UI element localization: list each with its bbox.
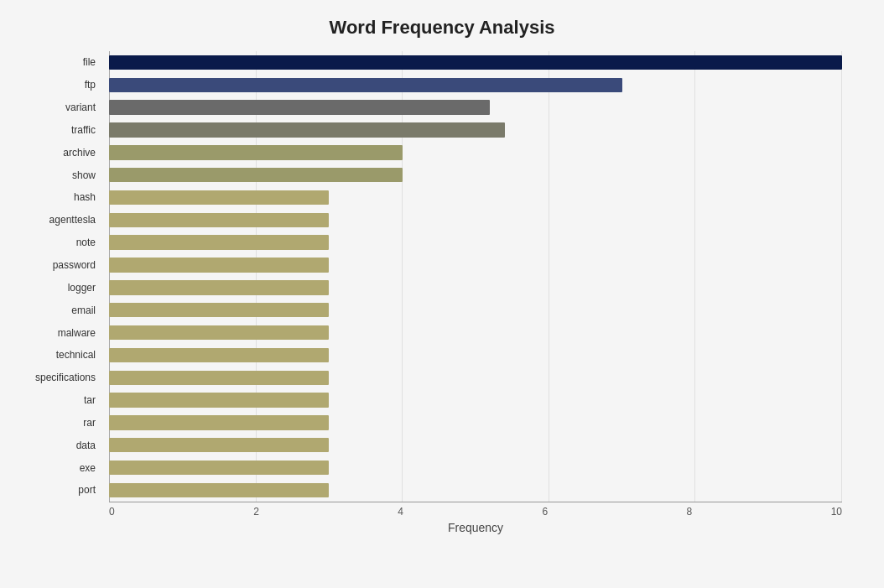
bar — [109, 235, 329, 249]
bar — [109, 190, 329, 205]
bar-label: specifications — [35, 372, 96, 383]
plot-area — [109, 51, 842, 502]
bar-label: ftp — [85, 79, 96, 91]
x-tick: 4 — [398, 506, 403, 518]
bar-label: logger — [68, 282, 96, 294]
bar-label: archive — [63, 147, 96, 159]
x-tick: 6 — [542, 506, 548, 518]
bar — [109, 325, 329, 340]
bar — [109, 371, 329, 385]
bar-label: exe — [80, 462, 96, 474]
bar-row — [109, 96, 842, 119]
bar — [109, 100, 490, 114]
bar — [109, 415, 329, 429]
bar-label: password — [53, 259, 96, 271]
bar-label: hash — [74, 191, 96, 203]
bar-row — [109, 51, 842, 74]
x-tick: 2 — [253, 506, 259, 518]
bar-row — [109, 367, 842, 389]
x-tick: 8 — [687, 506, 693, 518]
y-labels: fileftpvarianttrafficarchiveshowhashagen… — [17, 51, 109, 502]
bar — [109, 168, 403, 182]
x-tick: 10 — [831, 506, 842, 518]
bar-label: note — [76, 237, 96, 248]
bar — [109, 461, 329, 475]
bar-row — [109, 119, 842, 142]
bar — [109, 55, 842, 70]
bar-label: variant — [65, 101, 96, 113]
x-axis-label: Frequency — [109, 521, 842, 534]
chart-title: Word Frequency Analysis — [17, 8, 867, 51]
bar — [109, 258, 329, 272]
bar-row — [109, 479, 842, 502]
bar-row — [109, 276, 842, 299]
bar-row — [109, 299, 842, 321]
bar — [109, 280, 329, 294]
bar-label: data — [76, 440, 96, 451]
bar-label: rar — [83, 417, 96, 429]
bar-row — [109, 209, 842, 232]
bar-row — [109, 186, 842, 209]
bar — [109, 122, 505, 137]
bar-label: malware — [58, 327, 96, 339]
bar — [109, 393, 329, 407]
bar-label: port — [78, 484, 96, 496]
bar — [109, 483, 329, 497]
bar — [109, 145, 403, 159]
x-tick: 0 — [109, 506, 115, 518]
bar-label: email — [71, 304, 96, 316]
bar — [109, 348, 329, 362]
bar-label: tar — [84, 394, 96, 406]
bar-label: file — [83, 56, 96, 68]
bar-label: traffic — [71, 124, 96, 136]
bar-row — [109, 321, 842, 344]
bar-row — [109, 232, 842, 254]
bar — [109, 438, 329, 452]
bar — [109, 78, 622, 92]
x-axis: 0246810 Frequency — [109, 502, 842, 534]
bar — [109, 213, 329, 227]
bar — [109, 303, 329, 317]
bar-row — [109, 412, 842, 434]
bar-row — [109, 254, 842, 277]
bar-row — [109, 141, 842, 164]
bar-label: agenttesla — [49, 214, 96, 226]
bar-row — [109, 389, 842, 412]
chart-container: Word Frequency Analysis fileftpvarianttr… — [0, 0, 884, 588]
bar-row — [109, 164, 842, 186]
bar-row — [109, 74, 842, 96]
bar-row — [109, 434, 842, 456]
bar-row — [109, 344, 842, 367]
bar-label: show — [72, 169, 96, 181]
bar-label: technical — [56, 349, 96, 361]
bar-row — [109, 456, 842, 479]
